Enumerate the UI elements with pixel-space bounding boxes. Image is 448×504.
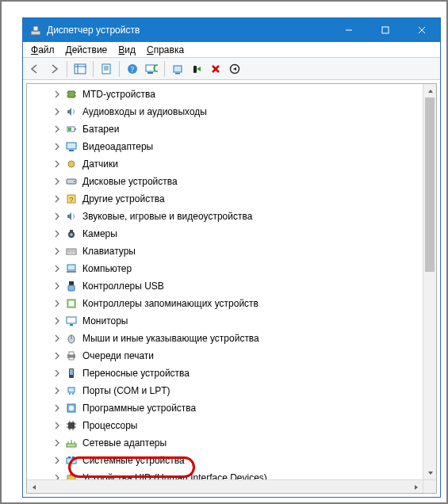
tree-category-label: Видеоадаптеры: [81, 140, 155, 153]
chevron-right-icon[interactable]: [52, 246, 62, 256]
tree-category-label: Датчики: [81, 158, 120, 170]
svg-point-61: [72, 393, 74, 395]
tree-category[interactable]: Устройства HID (Human Interface Devices): [48, 469, 423, 479]
tree-category-label: Контроллеры USB: [81, 280, 166, 292]
tree-category[interactable]: Переносные устройства: [48, 365, 423, 382]
chevron-right-icon[interactable]: [52, 421, 62, 430]
chevron-right-icon[interactable]: [52, 299, 62, 308]
chevron-right-icon[interactable]: [52, 90, 62, 99]
tree-category[interactable]: Контроллеры запоминающих устройств: [48, 295, 423, 312]
tree-category[interactable]: Аудиовходы и аудиовыходы: [48, 103, 423, 120]
tree-category[interactable]: Контроллеры USB: [48, 277, 423, 295]
horizontal-scrollbar[interactable]: [27, 479, 423, 493]
svg-rect-64: [68, 422, 75, 429]
svg-rect-15: [146, 65, 155, 71]
chevron-right-icon[interactable]: [52, 194, 62, 204]
tree-category[interactable]: Камеры: [48, 225, 423, 242]
svg-rect-1: [33, 26, 38, 31]
svg-rect-6: [75, 64, 86, 74]
chevron-right-icon[interactable]: [52, 159, 62, 169]
hid-icon: [65, 472, 78, 479]
help-button[interactable]: ?: [124, 60, 141, 78]
chevron-right-icon[interactable]: [52, 456, 62, 465]
tree-category[interactable]: Системные устройства: [48, 452, 423, 469]
tree-category-label: Процессоры: [81, 419, 140, 432]
scroll-up-button[interactable]: [423, 84, 437, 97]
chip-icon: [65, 88, 78, 101]
chevron-right-icon[interactable]: [52, 229, 62, 239]
tree-category[interactable]: ?Другие устройства: [48, 190, 423, 208]
computer-icon: [65, 262, 78, 275]
storage-icon: [65, 297, 78, 310]
unknown-icon: ?: [65, 193, 78, 205]
tree-category[interactable]: Порты (COM и LPT): [48, 382, 423, 399]
chevron-right-icon[interactable]: [52, 316, 62, 326]
svg-rect-40: [70, 230, 73, 232]
chevron-right-icon[interactable]: [52, 334, 62, 343]
chevron-right-icon[interactable]: [52, 124, 62, 134]
scan-hardware-button[interactable]: [143, 60, 160, 78]
chevron-right-icon[interactable]: [52, 351, 62, 361]
close-button[interactable]: [404, 18, 440, 42]
maximize-button[interactable]: [367, 18, 404, 42]
chevron-right-icon[interactable]: [52, 438, 62, 448]
chevron-right-icon[interactable]: [52, 264, 62, 273]
tree-category[interactable]: Процессоры: [48, 417, 423, 434]
scroll-down-button[interactable]: [423, 466, 437, 479]
scrollbar-thumb[interactable]: [425, 97, 435, 272]
svg-rect-77: [67, 458, 76, 464]
svg-rect-59: [68, 388, 75, 392]
chevron-right-icon[interactable]: [52, 281, 62, 291]
tree-category[interactable]: Видеоадаптеры: [48, 138, 423, 155]
svg-rect-81: [70, 474, 73, 475]
minimize-button[interactable]: [331, 18, 367, 42]
svg-rect-0: [31, 31, 40, 35]
svg-rect-49: [69, 301, 74, 306]
tree-category[interactable]: Мониторы: [48, 312, 423, 330]
menu-action[interactable]: Действие: [61, 44, 113, 56]
scroll-right-button[interactable]: [409, 480, 423, 494]
menu-file[interactable]: Файл: [26, 44, 59, 56]
chevron-right-icon[interactable]: [52, 403, 62, 413]
menu-help[interactable]: Справка: [142, 44, 189, 56]
svg-rect-30: [68, 128, 71, 131]
device-tree[interactable]: MTD-устройстваАудиовходы и аудиовыходыБа…: [26, 83, 437, 494]
vertical-scrollbar[interactable]: [423, 84, 436, 479]
chevron-right-icon[interactable]: [52, 142, 62, 151]
chevron-right-icon[interactable]: [52, 386, 62, 395]
nav-forward-button[interactable]: [45, 60, 63, 78]
chevron-right-icon[interactable]: [52, 473, 62, 479]
tree-category[interactable]: MTD-устройства: [48, 86, 423, 103]
tree-category[interactable]: Звуковые, игровые и видеоустройства: [48, 208, 423, 225]
show-hide-tree-button[interactable]: [71, 60, 89, 78]
tree-category[interactable]: Мыши и иные указывающие устройства: [48, 330, 423, 347]
app-icon: [29, 24, 42, 36]
tree-category[interactable]: Программные устройства: [48, 399, 423, 417]
tree-category[interactable]: Дисковые устройства: [48, 173, 423, 190]
properties-button[interactable]: [98, 60, 115, 78]
nav-back-button[interactable]: [26, 60, 44, 78]
tree-category[interactable]: Батареи: [48, 120, 423, 138]
chevron-right-icon[interactable]: [52, 212, 62, 221]
tree-category[interactable]: Компьютер: [48, 260, 423, 277]
svg-text:?: ?: [69, 196, 73, 204]
update-driver-button[interactable]: [169, 60, 186, 78]
chevron-right-icon[interactable]: [52, 368, 62, 378]
system-icon: [65, 454, 78, 467]
tree-category[interactable]: Очереди печати: [48, 347, 423, 365]
tree-category[interactable]: Клавиатуры: [48, 242, 423, 260]
enable-device-button[interactable]: [226, 60, 243, 78]
svg-rect-45: [67, 271, 76, 273]
disable-device-button[interactable]: [188, 60, 205, 78]
svg-rect-73: [67, 444, 76, 447]
menu-view[interactable]: Вид: [113, 44, 140, 56]
chevron-right-icon[interactable]: [52, 107, 62, 116]
tree-category-label: Другие устройства: [81, 193, 167, 205]
device-manager-window: Диспетчер устройств Файл Действие Вид Сп…: [22, 17, 441, 498]
scroll-left-button[interactable]: [27, 480, 40, 494]
tree-category[interactable]: Датчики: [48, 155, 423, 173]
uninstall-device-button[interactable]: [207, 60, 224, 78]
tree-category[interactable]: Сетевые адаптеры: [48, 434, 423, 452]
svg-rect-9: [102, 64, 110, 74]
chevron-right-icon[interactable]: [52, 177, 62, 186]
